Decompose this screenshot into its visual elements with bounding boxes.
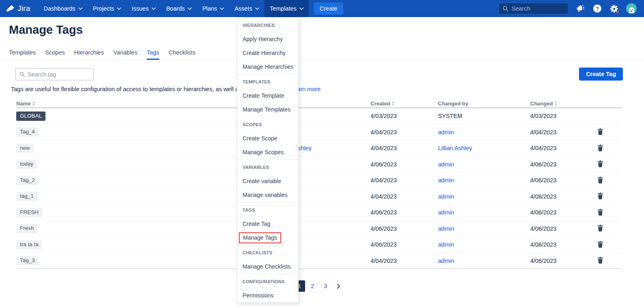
tags-description: Tags are useful for flexible configurati… (11, 86, 245, 92)
column-header-label: Changed by (438, 101, 468, 107)
tab-templates[interactable]: Templates (9, 49, 36, 60)
settings-gear-icon[interactable] (609, 4, 618, 13)
menu-item-manage-checklists[interactable]: Manage Checklists (237, 260, 298, 273)
delete-tag-button[interactable] (596, 127, 604, 136)
changed-by-link[interactable]: admin (438, 258, 454, 264)
tags-table: NameCreatedChanged byChanged GLOBAL4/03/… (16, 100, 622, 269)
changed-by-link[interactable]: admin (438, 193, 454, 200)
user-avatar[interactable] (626, 3, 637, 14)
menu-item-permissions[interactable]: Permissions (237, 289, 298, 302)
ghost-avatar-icon (629, 7, 634, 13)
changed-by-link[interactable]: admin (438, 129, 454, 136)
navbar-item-label: Projects (93, 5, 114, 12)
menu-item-create-scope[interactable]: Create Scope (237, 131, 298, 145)
delete-tag-button[interactable] (596, 176, 604, 184)
navbar-search-input[interactable] (512, 5, 564, 12)
navbar-item-dashboards[interactable]: Dashboards (38, 0, 87, 17)
navbar-item-templates[interactable]: Templates (265, 0, 309, 17)
tag-badge: Fresh (16, 224, 38, 233)
changed-date: 4/03/2023 (530, 113, 596, 119)
menu-separator (237, 74, 298, 74)
create-tag-button[interactable]: Create Tag (579, 68, 623, 81)
table-row: today4/06/2023admin4/06/2023 (16, 157, 622, 173)
announcements-icon[interactable] (576, 4, 585, 13)
changed-by-cell: admin (438, 193, 530, 200)
created-date: 4/06/2023 (371, 209, 438, 216)
page-button-2[interactable]: 2 (307, 280, 318, 292)
changed-by-link[interactable]: admin (438, 209, 454, 216)
column-header-label: Name (16, 101, 30, 107)
chevron-down-icon (255, 7, 259, 10)
tab-scopes[interactable]: Scopes (45, 49, 65, 60)
navbar-item-boards[interactable]: Boards (161, 0, 197, 17)
menu-item-create-variable[interactable]: Create variable (237, 174, 298, 188)
page-button-3[interactable]: 3 (320, 280, 331, 292)
actions-cell (596, 256, 622, 265)
changed-date: 4/06/2023 (530, 209, 596, 216)
tag-search-field[interactable] (15, 68, 94, 81)
column-header-changed[interactable]: Changed (530, 101, 596, 107)
menu-item-manage-scopes[interactable]: Manage Scopes (237, 145, 298, 159)
created-date: 4/03/2023 (371, 113, 438, 119)
changed-by-cell: admin (438, 177, 530, 184)
changed-by-cell: SYSTEM (438, 112, 530, 120)
red-annotation-box: Manage Tags (239, 232, 281, 243)
tab-hierarchies[interactable]: Hierarchies (74, 49, 104, 60)
delete-tag-button[interactable] (596, 240, 604, 249)
column-header-name[interactable]: Name (16, 101, 371, 107)
next-page-button[interactable] (333, 280, 344, 292)
help-icon[interactable]: ? (593, 4, 602, 13)
trash-icon (597, 128, 603, 135)
changed-by-link[interactable]: admin (438, 241, 454, 248)
menu-item-apply-hierarchy[interactable]: Apply Hierarchy (237, 32, 298, 46)
changed-by-link[interactable]: admin (438, 177, 454, 184)
tag-badge: FRESH (16, 208, 42, 217)
actions-cell (596, 176, 622, 185)
tab-tags[interactable]: Tags (147, 49, 159, 60)
chevron-down-icon (188, 7, 192, 10)
changed-by-link[interactable]: admin (438, 225, 454, 232)
navbar-create-button[interactable]: Create (314, 2, 344, 15)
name-cell: Tag_3 (16, 256, 371, 265)
tab-variables[interactable]: Variables (113, 49, 137, 60)
navbar-search[interactable] (499, 3, 568, 14)
tab-checklists[interactable]: Checklists (169, 49, 195, 60)
menu-separator (237, 202, 298, 203)
navbar-item-issues[interactable]: Issues (126, 0, 161, 17)
actions-cell (596, 224, 622, 233)
navbar-item-assets[interactable]: Assets (229, 0, 265, 17)
delete-tag-button[interactable] (596, 192, 604, 200)
navbar-item-projects[interactable]: Projects (88, 0, 126, 17)
column-header-label: Created (371, 101, 390, 107)
changed-by-cell: admin (438, 241, 530, 248)
menu-item-manage-templates[interactable]: Manage Templates (237, 103, 298, 116)
changed-by-link[interactable]: admin (438, 161, 454, 168)
jira-logo[interactable]: Jira (0, 4, 38, 13)
menu-item-create-tag[interactable]: Create Tag (237, 217, 298, 231)
pagination: 123 (16, 280, 622, 292)
delete-tag-button[interactable] (596, 144, 604, 152)
page-title: Manage Tags (9, 23, 83, 37)
delete-tag-button[interactable] (596, 256, 604, 264)
menu-separator (237, 274, 298, 274)
created-date: 4/04/2023 (371, 258, 438, 264)
column-header-created[interactable]: Created (371, 101, 438, 107)
menu-item-create-hierarchy[interactable]: Create Hierarchy (237, 46, 298, 60)
delete-tag-button[interactable] (596, 160, 604, 168)
menu-section-tags: TAGS (237, 203, 298, 217)
delete-tag-button[interactable] (596, 224, 604, 232)
chevron-right-icon (337, 284, 340, 289)
menu-item-manage-tags[interactable]: Manage Tags (237, 231, 298, 245)
changed-by-cell: admin (438, 225, 530, 232)
tag-search-input[interactable] (28, 71, 89, 78)
changed-by-link[interactable]: Lillian Ashley (438, 145, 472, 151)
changed-by-cell: admin (438, 209, 530, 216)
menu-item-create-template[interactable]: Create Template (237, 89, 298, 103)
section-tabs: TemplatesScopesHierarchiesVariablesTagsC… (9, 49, 195, 60)
navbar-item-plans[interactable]: Plans (197, 0, 229, 17)
menu-item-manage-hierarchies[interactable]: Manage Hierarchies (237, 60, 298, 74)
delete-tag-button[interactable] (596, 208, 604, 216)
tag-badge: Tag_3 (16, 256, 39, 265)
menu-item-manage-variables[interactable]: Manage variables (237, 188, 298, 202)
top-navbar: Jira DashboardsProjectsIssuesBoardsPlans… (0, 0, 644, 17)
